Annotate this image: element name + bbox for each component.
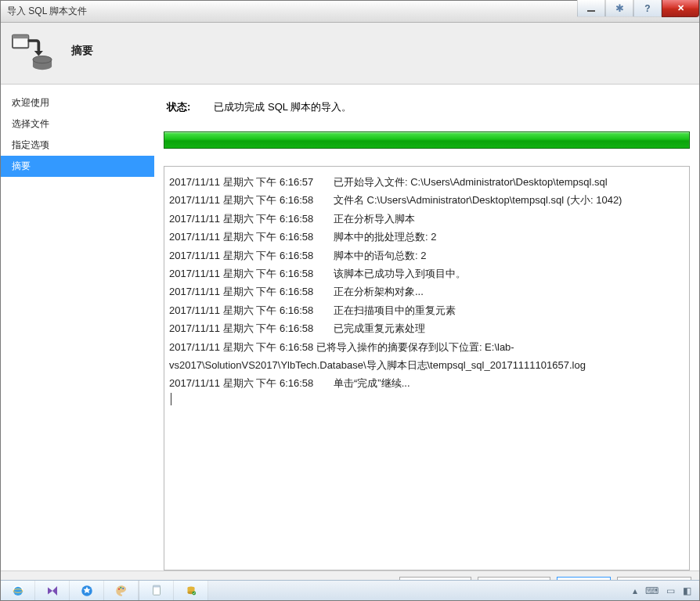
- log-line: 2017/11/11 星期六 下午 6:16:58该脚本已成功导入到项目中。: [169, 265, 684, 283]
- log-line: 2017/11/11 星期六 下午 6:16:58脚本中的语句总数: 2: [169, 247, 684, 265]
- title-bar: 导入 SQL 脚本文件 ✱ ?: [1, 1, 699, 23]
- header-title: 摘要: [71, 44, 93, 58]
- window-title: 导入 SQL 脚本文件: [7, 5, 87, 18]
- log-line: 2017/11/11 星期六 下午 6:16:57已开始导入文件: C:\Use…: [169, 173, 684, 191]
- close-button[interactable]: [662, 0, 699, 17]
- sidebar-item-summary[interactable]: 摘要: [1, 156, 154, 177]
- sidebar-item-select-file[interactable]: 选择文件: [1, 113, 154, 135]
- log-timestamp: 2017/11/11 星期六 下午 6:16:58: [169, 228, 334, 246]
- log-timestamp: 2017/11/11 星期六 下午 6:16:58: [169, 283, 334, 300]
- taskbar-ie-icon[interactable]: [1, 581, 35, 600]
- log-message: 文件名 C:\Users\Administrator\Desktop\temps…: [334, 194, 622, 206]
- log-line: 2017/11/11 星期六 下午 6:16:58 已将导入操作的摘要保存到以下…: [169, 338, 684, 375]
- wizard-steps-sidebar: 欢迎使用 选择文件 指定选项 摘要: [1, 85, 154, 570]
- body: 欢迎使用 选择文件 指定选项 摘要 状态: 已成功完成 SQL 脚本的导入。 2…: [1, 85, 699, 570]
- log-timestamp: 2017/11/11 星期六 下午 6:16:58: [169, 301, 334, 319]
- log-line: 2017/11/11 星期六 下午 6:16:58单击“完成”继续...: [169, 374, 684, 392]
- log-timestamp: 2017/11/11 星期六 下午 6:16:57: [169, 173, 334, 191]
- text-cursor: [171, 393, 684, 405]
- star-button[interactable]: ✱: [605, 0, 633, 17]
- log-message: 该脚本已成功导入到项目中。: [334, 268, 466, 279]
- log-textbox[interactable]: 2017/11/11 星期六 下午 6:16:57已开始导入文件: C:\Use…: [164, 166, 690, 570]
- taskbar-palette-icon[interactable]: [104, 581, 139, 600]
- log-line: 2017/11/11 星期六 下午 6:16:58正在分析架构对象...: [169, 283, 684, 300]
- system-tray: ▴ ⌨ ▭ ◧: [625, 581, 699, 600]
- tray-keyboard-icon[interactable]: ⌨: [645, 585, 659, 596]
- status-value: 已成功完成 SQL 脚本的导入。: [214, 100, 352, 114]
- taskbar-database-icon[interactable]: [174, 581, 208, 600]
- log-message: 脚本中的语句总数: 2: [334, 250, 426, 261]
- log-message: 已开始导入文件: C:\Users\Administrator\Desktop\…: [334, 176, 608, 188]
- log-line: 2017/11/11 星期六 下午 6:16:58正在扫描项目中的重复元素: [169, 301, 684, 319]
- log-message: 正在分析导入脚本: [334, 213, 415, 225]
- log-timestamp: 2017/11/11 星期六 下午 6:16:58: [169, 265, 334, 283]
- status-label: 状态:: [167, 100, 190, 114]
- log-timestamp: 2017/11/11 星期六 下午 6:16:58: [169, 191, 334, 209]
- log-message: 正在分析架构对象...: [334, 286, 424, 297]
- log-timestamp: 2017/11/11 星期六 下午 6:16:58: [169, 374, 334, 392]
- log-timestamp: 2017/11/11 星期六 下午 6:16:58: [169, 319, 334, 337]
- log-line: 2017/11/11 星期六 下午 6:16:58正在分析导入脚本: [169, 210, 684, 228]
- svg-point-11: [122, 587, 124, 588]
- taskbar-visual-studio-icon[interactable]: [35, 581, 70, 600]
- taskbar-document-icon[interactable]: [139, 581, 174, 600]
- sidebar-item-label: 选择文件: [12, 118, 49, 129]
- minimize-button[interactable]: [577, 0, 605, 17]
- dialog-window: 导入 SQL 脚本文件 ✱ ? 摘要: [0, 0, 700, 601]
- log-message: 单击“完成”继续...: [334, 377, 410, 389]
- tray-arrow-icon[interactable]: ▴: [633, 585, 637, 596]
- log-line: 2017/11/11 星期六 下午 6:16:58文件名 C:\Users\Ad…: [169, 191, 684, 209]
- tray-battery-icon[interactable]: ▭: [666, 585, 675, 596]
- sidebar-item-label: 欢迎使用: [12, 97, 49, 108]
- sidebar-item-options[interactable]: 指定选项: [1, 135, 154, 156]
- content-pane: 状态: 已成功完成 SQL 脚本的导入。 2017/11/11 星期六 下午 6…: [154, 85, 699, 570]
- window-controls: ✱ ?: [577, 0, 699, 17]
- svg-rect-13: [153, 585, 160, 587]
- log-timestamp: 2017/11/11 星期六 下午 6:16:58: [169, 247, 334, 265]
- log-timestamp: 2017/11/11 星期六 下午 6:16:58: [169, 210, 334, 228]
- taskbar: ▴ ⌨ ▭ ◧: [1, 580, 699, 600]
- progress-bar: [164, 131, 690, 149]
- log-message: 已完成重复元素处理: [334, 322, 425, 334]
- sidebar-item-label: 摘要: [12, 160, 31, 171]
- log-message: 正在扫描项目中的重复元素: [334, 304, 456, 316]
- svg-point-9: [117, 588, 119, 589]
- status-row: 状态: 已成功完成 SQL 脚本的导入。: [164, 95, 690, 131]
- taskbar-star1-icon[interactable]: [70, 581, 104, 600]
- svg-point-10: [120, 586, 121, 588]
- help-button[interactable]: ?: [633, 0, 662, 17]
- log-line: 2017/11/11 星期六 下午 6:16:58已完成重复元素处理: [169, 319, 684, 337]
- header: 摘要: [1, 23, 699, 85]
- import-db-icon: [9, 31, 56, 71]
- svg-rect-1: [13, 35, 28, 39]
- sidebar-item-welcome[interactable]: 欢迎使用: [1, 92, 154, 113]
- sidebar-item-label: 指定选项: [12, 139, 49, 150]
- log-message: 脚本中的批处理总数: 2: [334, 231, 436, 243]
- tray-signal-icon[interactable]: ◧: [683, 585, 691, 596]
- log-line: 2017/11/11 星期六 下午 6:16:58脚本中的批处理总数: 2: [169, 228, 684, 246]
